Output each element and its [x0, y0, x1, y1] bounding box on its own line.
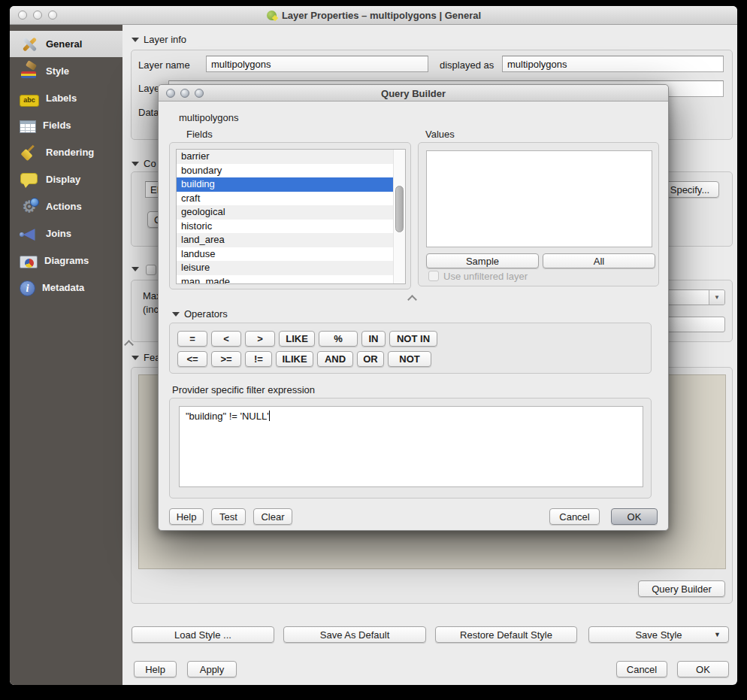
save-as-default-button[interactable]: Save As Default: [283, 626, 426, 643]
chevron-down-icon: ▼: [714, 631, 721, 638]
field-item[interactable]: land_area: [177, 233, 405, 247]
field-item[interactable]: barrier: [177, 150, 405, 164]
splitter-handle[interactable]: [407, 295, 417, 305]
displayed-as-label: displayed as: [440, 59, 494, 71]
field-item[interactable]: landuse: [177, 247, 405, 262]
speech-bubble-icon: [20, 170, 39, 189]
operators-group: = < > LIKE % IN NOT IN <= >= != ILIKE AN…: [169, 323, 652, 374]
apply-button[interactable]: Apply: [187, 661, 237, 677]
use-unfiltered-checkbox[interactable]: [428, 271, 439, 281]
window-title: Layer Properties – multipolygons | Gener…: [10, 6, 737, 25]
sidebar-item-display[interactable]: Display: [10, 166, 122, 192]
operator-button[interactable]: ILIKE: [276, 351, 313, 367]
dialog-cancel-button[interactable]: Cancel: [549, 508, 600, 525]
field-item-selected[interactable]: building: [177, 177, 405, 192]
dialog-ok-button[interactable]: OK: [611, 508, 658, 525]
layer-name-input[interactable]: multipolygons: [206, 56, 428, 72]
operator-button[interactable]: <: [211, 331, 241, 347]
text-cursor: [269, 411, 270, 421]
scrollbar-thumb[interactable]: [395, 186, 404, 232]
diagram-icon: [20, 256, 38, 268]
filter-expression-textarea[interactable]: "building" != 'NULL': [179, 406, 643, 487]
sidebar-item-label: Labels: [46, 92, 77, 104]
displayed-as-input[interactable]: multipolygons: [502, 56, 724, 72]
values-group: Sample All Use unfiltered layer: [418, 142, 659, 286]
desktop: Layer Properties – multipolygons | Gener…: [0, 0, 747, 700]
filter-expression-group: "building" != 'NULL': [169, 398, 652, 498]
load-style-button[interactable]: Load Style ...: [132, 626, 274, 643]
dialog-title: Query Builder: [159, 85, 668, 102]
operator-button[interactable]: %: [319, 331, 358, 347]
sidebar-item-rendering[interactable]: Rendering: [10, 139, 122, 165]
sidebar-item-style[interactable]: Style: [10, 58, 122, 84]
paintbrush-icon: [20, 62, 39, 81]
sidebar-item-general[interactable]: General: [10, 31, 122, 57]
collapse-triangle-icon: [132, 267, 139, 271]
operator-button[interactable]: AND: [317, 351, 353, 367]
sidebar-item-labels[interactable]: abc Labels: [10, 85, 122, 111]
layer-info-header[interactable]: Layer info: [132, 34, 186, 45]
sidebar-item-actions[interactable]: ⚙ Actions: [10, 193, 122, 220]
cancel-button[interactable]: Cancel: [616, 661, 667, 677]
field-item[interactable]: man_made: [177, 275, 405, 285]
field-item[interactable]: craft: [177, 192, 405, 206]
operator-button[interactable]: <=: [177, 351, 207, 367]
field-item[interactable]: boundary: [177, 164, 405, 178]
operators-header[interactable]: Operators: [172, 308, 228, 320]
sidebar-item-label: Fields: [43, 120, 71, 131]
sidebar-item-label: Actions: [46, 201, 82, 212]
sidebar-item-metadata[interactable]: i Metadata: [10, 274, 122, 301]
scale-visibility-header[interactable]: [132, 267, 139, 271]
qgis-icon: [266, 10, 277, 21]
values-list[interactable]: [426, 150, 652, 247]
collapse-triangle-icon: [132, 38, 139, 42]
collapse-triangle-icon: [172, 312, 180, 317]
sidebar-item-label: Metadata: [42, 282, 84, 293]
chevron-down-icon: ▼: [709, 290, 724, 305]
layer-source-label: Laye: [138, 83, 159, 94]
sidebar-item-diagrams[interactable]: Diagrams: [10, 247, 122, 274]
operator-button[interactable]: NOT: [388, 351, 431, 367]
scale-visibility-checkbox[interactable]: [146, 265, 156, 275]
dialog-titlebar[interactable]: Query Builder: [159, 85, 668, 102]
query-builder-button[interactable]: Query Builder: [638, 580, 725, 597]
ok-button[interactable]: OK: [677, 661, 729, 677]
field-item[interactable]: leisure: [177, 261, 405, 275]
sidebar-item-fields[interactable]: Fields: [10, 112, 122, 138]
broom-icon: [20, 143, 39, 162]
restore-default-style-button[interactable]: Restore Default Style: [435, 626, 577, 643]
sidebar-item-label: Diagrams: [44, 255, 89, 266]
window-titlebar[interactable]: Layer Properties – multipolygons | Gener…: [10, 6, 737, 25]
operator-button[interactable]: OR: [357, 351, 384, 367]
filter-expression-label: Provider specific filter expression: [172, 384, 315, 395]
operator-button[interactable]: !=: [245, 351, 272, 367]
data-source-label: Data: [138, 107, 159, 118]
operator-button[interactable]: IN: [361, 331, 386, 347]
operator-button[interactable]: =: [177, 331, 207, 347]
dialog-layer-label: multipolygons: [179, 112, 239, 123]
help-button[interactable]: Help: [134, 661, 177, 677]
operator-button[interactable]: >: [245, 331, 275, 347]
operator-button[interactable]: >=: [211, 351, 241, 367]
feature-subset-header[interactable]: Fea: [132, 352, 160, 363]
crs-header[interactable]: Co: [132, 158, 156, 169]
test-button[interactable]: Test: [211, 508, 246, 525]
fields-group: barrier boundary building craft geologic…: [169, 142, 411, 289]
field-item[interactable]: geological: [177, 205, 405, 220]
all-button[interactable]: All: [543, 253, 655, 268]
sample-button[interactable]: Sample: [426, 253, 539, 268]
field-item[interactable]: historic: [177, 220, 405, 234]
dialog-help-button[interactable]: Help: [169, 508, 204, 525]
fields-list[interactable]: barrier boundary building craft geologic…: [176, 149, 406, 284]
save-style-button[interactable]: Save Style ▼: [588, 626, 729, 643]
sidebar-item-joins[interactable]: ◀ Joins: [10, 220, 122, 247]
sidebar-item-label: General: [46, 38, 82, 50]
info-icon: i: [20, 280, 35, 296]
layer-name-label: Layer name: [138, 59, 190, 71]
use-unfiltered-label: Use unfiltered layer: [443, 271, 528, 282]
operator-button[interactable]: NOT IN: [389, 331, 437, 347]
sidebar-item-label: Rendering: [46, 147, 94, 158]
operator-button[interactable]: LIKE: [279, 331, 315, 347]
specify-crs-button[interactable]: Specify...: [661, 181, 719, 198]
clear-button[interactable]: Clear: [253, 508, 292, 525]
